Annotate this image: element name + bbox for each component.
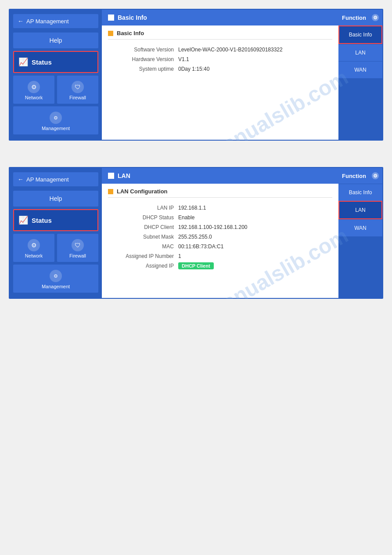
- info-value: Enable: [178, 214, 194, 221]
- sidebar-icon-grid: ⚙Network🛡Firewall: [13, 76, 98, 104]
- function-sidebar: Function⚙Basic InfoLANWAN: [338, 10, 382, 140]
- content-header: LAN: [102, 168, 338, 184]
- info-label: Assigned IP Number: [108, 253, 178, 259]
- management-icon: ⚙: [50, 112, 62, 124]
- chart-icon: 📈: [18, 57, 28, 67]
- network-icon: ⚙: [28, 81, 40, 93]
- section-header: LAN Configuration: [108, 188, 332, 198]
- info-row-6: Assigned IPDHCP Client: [108, 261, 332, 271]
- firewall-button[interactable]: 🛡Firewall: [57, 76, 98, 104]
- info-label: Subnet Mask: [108, 234, 178, 240]
- status-label: Status: [32, 58, 52, 66]
- sidebar-icon-grid: ⚙Network🛡Firewall: [13, 234, 98, 262]
- dhcp-badge: DHCP Client: [178, 262, 214, 269]
- arrow-icon: ←: [18, 176, 24, 183]
- section-square: [108, 189, 113, 194]
- info-label: DHCP Status: [108, 214, 178, 221]
- info-label: DHCP Client: [108, 224, 178, 230]
- ap-management-button[interactable]: ←AP Management: [13, 14, 98, 28]
- status-label: Status: [32, 217, 52, 224]
- section-title: LAN Configuration: [117, 188, 168, 195]
- function-label: Function: [342, 173, 366, 179]
- function-btn-wan[interactable]: WAN: [338, 219, 382, 236]
- info-value: 192.168.1.1: [178, 205, 206, 211]
- info-value: 255.255.255.0: [178, 234, 212, 240]
- ap-management-label: AP Management: [26, 18, 69, 25]
- panel-2: ←AP ManagementHelp📈Status⚙Network🛡Firewa…: [9, 167, 383, 299]
- content-header: Basic Info: [102, 10, 338, 25]
- firewall-button[interactable]: 🛡Firewall: [57, 234, 98, 262]
- management-icon: ⚙: [50, 270, 62, 282]
- main-content: LANLAN ConfigurationLAN IP192.168.1.1DHC…: [102, 168, 338, 298]
- info-label: LAN IP: [108, 205, 178, 211]
- management-label: Management: [42, 126, 70, 131]
- function-btn-lan[interactable]: LAN: [338, 44, 382, 61]
- section-header: Basic Info: [108, 30, 332, 40]
- management-button[interactable]: ⚙Management: [13, 265, 98, 293]
- info-row-0: LAN IP192.168.1.1: [108, 203, 332, 213]
- info-row-3: Subnet Mask255.255.255.0: [108, 232, 332, 242]
- header-square: [108, 15, 114, 21]
- firewall-label: Firewall: [69, 253, 86, 258]
- section-title: Basic Info: [117, 30, 144, 36]
- info-label: Software Version: [108, 47, 178, 53]
- function-btn-label: WAN: [354, 225, 367, 231]
- function-btn-basic-info[interactable]: Basic Info: [338, 25, 382, 44]
- network-button[interactable]: ⚙Network: [13, 76, 54, 104]
- content-header-title: LAN: [118, 172, 130, 179]
- info-row-1: DHCP StatusEnable: [108, 213, 332, 222]
- function-btn-label: WAN: [354, 67, 367, 73]
- function-btn-wan[interactable]: WAN: [338, 61, 382, 78]
- ap-management-button[interactable]: ←AP Management: [13, 172, 98, 186]
- function-header: Function⚙: [338, 168, 382, 184]
- function-btn-label: Basic Info: [349, 189, 372, 196]
- panel-1: ←AP ManagementHelp📈Status⚙Network🛡Firewa…: [9, 9, 383, 141]
- panel-wrapper-2: ←AP ManagementHelp📈Status⚙Network🛡Firewa…: [9, 167, 383, 299]
- section-square: [108, 31, 113, 36]
- info-label: System uptime: [108, 66, 178, 72]
- firewall-label: Firewall: [69, 95, 86, 100]
- info-row-2: DHCP Client192.168.1.100-192.168.1.200: [108, 222, 332, 232]
- content-header-title: Basic Info: [118, 14, 147, 21]
- firewall-icon: 🛡: [72, 239, 84, 251]
- gear-icon: ⚙: [372, 14, 379, 21]
- help-button[interactable]: Help: [13, 191, 98, 207]
- function-btn-label: LAN: [355, 207, 365, 213]
- network-button[interactable]: ⚙Network: [13, 234, 54, 262]
- info-value: 1: [178, 253, 181, 259]
- function-btn-basic-info[interactable]: Basic Info: [338, 184, 382, 201]
- chart-icon: 📈: [18, 215, 28, 225]
- network-label: Network: [25, 253, 43, 258]
- sidebar: ←AP ManagementHelp📈Status⚙Network🛡Firewa…: [10, 10, 102, 140]
- info-label: Assigned IP: [108, 263, 178, 269]
- info-value: 192.168.1.100-192.168.1.200: [178, 224, 247, 230]
- management-button[interactable]: ⚙Management: [13, 106, 98, 134]
- info-value: DHCP Client: [178, 263, 214, 269]
- status-button[interactable]: 📈Status: [13, 51, 98, 73]
- info-value: LevelOne-WAC-2000-V1-B20160920183322: [178, 47, 283, 53]
- sidebar: ←AP ManagementHelp📈Status⚙Network🛡Firewa…: [10, 168, 102, 298]
- info-label: MAC: [108, 243, 178, 250]
- help-button[interactable]: Help: [13, 33, 98, 48]
- info-value: 00:11:6B:73:DA:C1: [178, 243, 223, 250]
- content-body: Basic InfoSoftware VersionLevelOne-WAC-2…: [102, 25, 338, 140]
- screenshot-container: ←AP ManagementHelp📈Status⚙Network🛡Firewa…: [9, 9, 383, 299]
- info-value: V1.1: [178, 56, 189, 62]
- arrow-icon: ←: [18, 18, 24, 25]
- info-row-2: System uptime0Day 1:15:40: [108, 64, 332, 74]
- info-label: Hardware Version: [108, 56, 178, 62]
- content-body: LAN ConfigurationLAN IP192.168.1.1DHCP S…: [102, 184, 338, 298]
- function-btn-lan[interactable]: LAN: [338, 201, 382, 219]
- info-value: 0Day 1:15:40: [178, 66, 209, 72]
- ap-management-label: AP Management: [26, 176, 69, 183]
- network-icon: ⚙: [28, 239, 40, 251]
- help-label: Help: [50, 195, 62, 202]
- firewall-icon: 🛡: [72, 81, 84, 93]
- status-button[interactable]: 📈Status: [13, 209, 98, 231]
- info-row-5: Assigned IP Number1: [108, 251, 332, 261]
- info-row-1: Hardware VersionV1.1: [108, 54, 332, 64]
- help-label: Help: [50, 37, 62, 44]
- info-row-0: Software VersionLevelOne-WAC-2000-V1-B20…: [108, 45, 332, 54]
- info-row-4: MAC00:11:6B:73:DA:C1: [108, 242, 332, 251]
- function-btn-label: Basic Info: [349, 32, 372, 38]
